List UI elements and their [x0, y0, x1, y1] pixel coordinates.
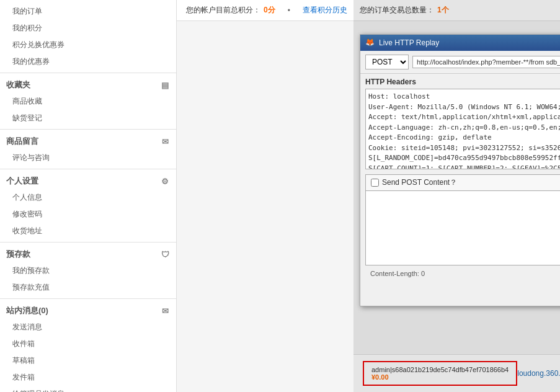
sidebar-item-redeem-coupon[interactable]: 积分兑换优惠券: [0, 37, 176, 53]
section-settings: 个人设置 ⚙: [0, 172, 176, 189]
live-http-replay-dialog: 🦊 Live HTTP Replay ─ □ × POST: [360, 34, 560, 306]
divider-4: [0, 242, 176, 243]
sidebar-item-inbox[interactable]: 收件箱: [0, 336, 176, 352]
url-input[interactable]: [412, 56, 560, 68]
sidebar-item-send-message[interactable]: 发送消息: [0, 319, 176, 336]
sidebar-item-my-coupon[interactable]: 我的优惠券: [0, 53, 176, 70]
inbox-icon: ✉: [160, 306, 170, 316]
sidebar-item-shipping-address[interactable]: 收货地址: [0, 223, 176, 239]
divider-5: [0, 298, 176, 299]
send-post-label: Send POST Content？: [382, 177, 457, 188]
sidebar-item-contact-admin[interactable]: 给管理员发消息: [0, 386, 176, 392]
post-section: Send POST Content？ Content-Length: 0: [360, 169, 560, 280]
settings-icon: ⚙: [160, 176, 170, 186]
messages-icon: ✉: [160, 136, 170, 146]
section-favorites: 收藏夹 ▤: [0, 76, 176, 93]
dialog-titlebar: 🦊 Live HTTP Replay ─ □ ×: [360, 35, 560, 51]
sidebar-item-my-points[interactable]: 我的积分: [0, 20, 176, 37]
firefox-icon: 🦊: [365, 38, 375, 48]
headers-label: HTTP Headers: [365, 78, 560, 86]
headers-content[interactable]: Host: localhostUser-Agent: Mozilla/5.0 (…: [365, 89, 560, 169]
divider-2: [0, 129, 176, 130]
score-value: 0分: [264, 5, 275, 16]
sidebar-item-outbox[interactable]: 发件箱: [0, 369, 176, 386]
section-messages: 商品留言 ✉: [0, 132, 176, 149]
sidebar-item-out-of-stock[interactable]: 缺货登记: [0, 110, 176, 127]
content-length-value: 0: [421, 270, 425, 277]
sidebar-item-product-favorites[interactable]: 商品收藏: [0, 93, 176, 110]
content-length-row: Content-Length: 0: [365, 267, 560, 280]
post-content-textarea[interactable]: [365, 191, 560, 265]
dialog-overlay: 🦊 Live HTTP Replay ─ □ × POST: [353, 0, 560, 392]
sidebar-item-change-password[interactable]: 修改密码: [0, 206, 176, 223]
score-section: 您的帐户目前总积分： 0分: [186, 5, 275, 16]
page-wrapper: 我的订单 我的积分 积分兑换优惠券 我的优惠券 收藏夹 ▤ 商品收藏 缺货登记 …: [0, 0, 560, 392]
url-bar: POST HTTP/1.1: [360, 51, 560, 74]
send-post-checkbox[interactable]: [371, 179, 379, 187]
dialog-title: Live HTTP Replay: [379, 38, 439, 47]
dialog-title-area: 🦊 Live HTTP Replay: [365, 38, 439, 48]
method-select[interactable]: POST: [365, 55, 409, 69]
sidebar-item-draft[interactable]: 草稿箱: [0, 352, 176, 369]
score-history-link[interactable]: 查看积分历史: [303, 5, 347, 16]
divider-1: [0, 73, 176, 73]
balance-icon: 🛡: [160, 249, 170, 259]
section-inbox: 站内消息(0) ✉: [0, 301, 176, 319]
sidebar-item-recharge[interactable]: 预存款充值: [0, 279, 176, 296]
sidebar: 我的订单 我的积分 积分兑换优惠券 我的优惠券 收藏夹 ▤ 商品收藏 缺货登记 …: [0, 0, 177, 392]
post-checkbox-row: Send POST Content？: [365, 174, 560, 191]
headers-section: HTTP Headers Host: localhostUser-Agent: …: [360, 74, 560, 169]
dialog-buttons: Replay Close: [360, 280, 560, 306]
sidebar-item-my-orders[interactable]: 我的订单: [0, 3, 176, 20]
score-label: 您的帐户目前总积分：: [186, 5, 260, 16]
sidebar-item-my-balance[interactable]: 我的预存款: [0, 262, 176, 279]
sidebar-item-comments[interactable]: 评论与咨询: [0, 149, 176, 166]
main-content: 您的帐户目前总积分： 0分 • 查看积分历史 您的订单交易总数量： 1个 🦊 L…: [177, 0, 560, 392]
sidebar-item-personal-info[interactable]: 个人信息: [0, 189, 176, 206]
section-balance: 预存款 🛡: [0, 245, 176, 262]
headers-text: Host: localhostUser-Agent: Mozilla/5.0 (…: [368, 92, 560, 169]
favorites-icon: ▤: [160, 80, 170, 90]
divider-3: [0, 169, 176, 169]
dot-separator: •: [288, 6, 290, 15]
content-length-label: Content-Length:: [370, 270, 419, 277]
